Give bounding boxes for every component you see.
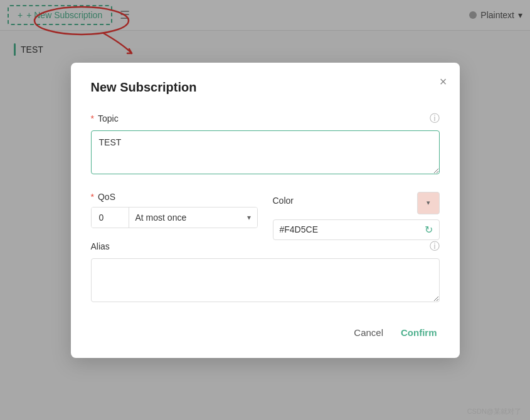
topic-required-star: * [91,113,94,123]
color-section: Color ▾ #F4D5CE ↻ [273,192,440,240]
qos-number-input[interactable] [92,207,129,228]
cancel-button[interactable]: Cancel [351,322,386,343]
color-refresh-icon[interactable]: ↻ [425,224,433,236]
topic-label: Topic [98,113,119,123]
qos-color-row: * QoS At most once ▾ Color ▾ [91,192,440,240]
alias-label: Alias [91,241,110,251]
new-subscription-modal: New Subscription × * Topic ⓘ TEST * QoS [71,63,460,358]
color-label: Color [273,196,294,206]
color-swatch-chevron-icon: ▾ [427,199,430,207]
qos-select[interactable]: At most once ▾ [129,207,257,228]
topic-label-row: * Topic ⓘ [91,112,440,125]
qos-label-row: * QoS [91,192,258,202]
qos-chevron-icon: ▾ [247,213,251,222]
qos-input-group: At most once ▾ [91,207,258,228]
color-input-group: #F4D5CE ↻ [273,219,440,240]
qos-required-star: * [91,192,94,202]
modal-close-button[interactable]: × [440,75,447,88]
qos-label: QoS [98,192,115,202]
modal-title: New Subscription [91,80,440,95]
modal-overlay: New Subscription × * Topic ⓘ TEST * QoS [0,0,530,420]
qos-section: * QoS At most once ▾ [91,192,258,228]
topic-input[interactable]: TEST [91,130,440,174]
topic-section: * Topic ⓘ TEST [91,112,440,177]
alias-info-icon[interactable]: ⓘ [430,240,440,253]
alias-input[interactable] [91,258,440,302]
topic-info-icon[interactable]: ⓘ [430,112,440,125]
watermark: CSDN@某就对了 [467,407,521,416]
alias-label-row: Alias ⓘ [91,240,440,253]
confirm-button[interactable]: Confirm [398,322,440,343]
qos-option-label: At most once [135,213,247,223]
color-swatch-button[interactable]: ▾ [417,192,440,214]
color-hex-value: #F4D5CE [280,224,420,234]
modal-footer: Cancel Confirm [91,322,440,343]
alias-section: Alias ⓘ [91,240,440,305]
